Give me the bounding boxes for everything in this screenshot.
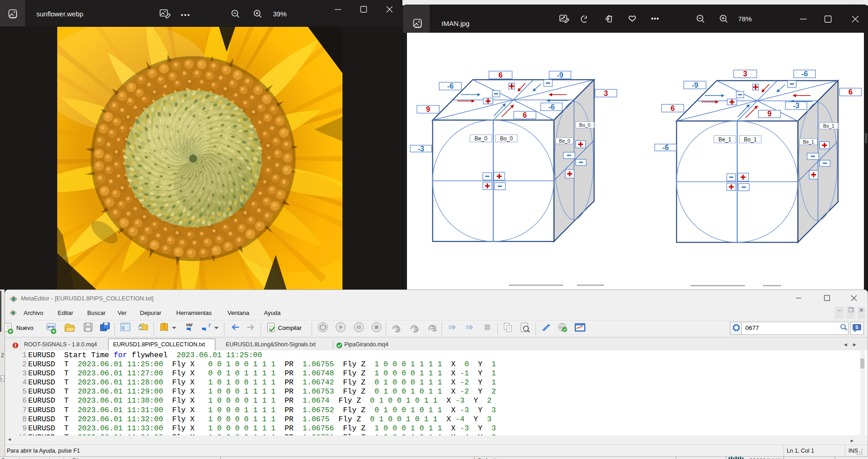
svg-text:9: 9 (768, 110, 772, 118)
svg-text:9: 9 (426, 105, 430, 113)
svg-text:-6: -6 (447, 82, 453, 90)
svg-text:3: 3 (743, 70, 747, 78)
svg-text:3: 3 (604, 90, 608, 97)
svg-text:proj: proj (47, 324, 54, 329)
svg-text:-3: -3 (418, 145, 424, 153)
svg-text:6: 6 (848, 88, 853, 96)
svg-text:Bo_1: Bo_1 (744, 136, 757, 143)
svg-text:6: 6 (499, 71, 503, 79)
svg-text:-9: -9 (692, 81, 698, 89)
svg-text:f: f (208, 323, 211, 328)
svg-text:6: 6 (523, 111, 527, 119)
svg-text:-6: -6 (801, 70, 808, 78)
svg-text:Bo_0: Bo_0 (500, 135, 513, 142)
svg-text:Be_0: Be_0 (475, 135, 487, 142)
svg-text:Be_1: Be_1 (719, 136, 731, 143)
svg-text:-6: -6 (662, 144, 669, 151)
svg-text:Be_1: Be_1 (803, 139, 814, 145)
svg-text:-3: -3 (793, 102, 799, 110)
svg-text:-9: -9 (557, 71, 563, 79)
svg-text:-6: -6 (548, 103, 555, 111)
svg-text:var: var (186, 322, 193, 327)
svg-text:Bo_0: Bo_0 (579, 122, 590, 128)
svg-text:5: 5 (855, 324, 858, 330)
svg-text:6: 6 (671, 105, 675, 112)
svg-text:Be_0: Be_0 (559, 138, 570, 144)
svg-text:Bo_1: Bo_1 (823, 123, 834, 129)
